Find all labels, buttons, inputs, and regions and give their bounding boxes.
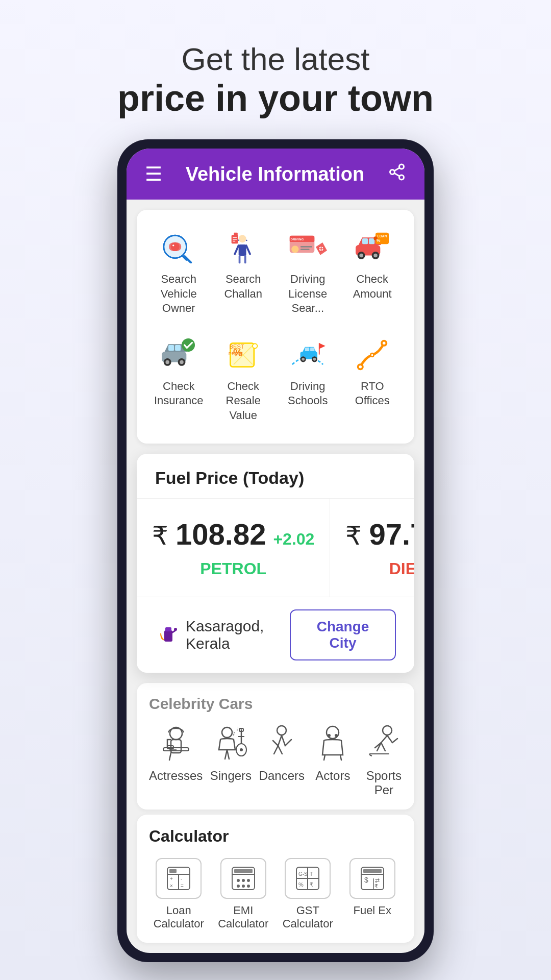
driving-schools-icon (287, 337, 328, 373)
diesel-price-amount: 97.70 (369, 517, 414, 551)
petrol-price-amount: 108.82 (176, 517, 266, 551)
loan-calculator-icon: + - × = (156, 858, 202, 899)
grid-item-insurance[interactable]: Check Insurance (149, 329, 209, 431)
grid-item-driving-schools[interactable]: Driving Schools (278, 329, 338, 431)
svg-line-4 (394, 168, 399, 171)
celebrity-item-singers[interactable]: ♪ ♩ Singers (208, 723, 254, 797)
celebrity-item-actresses[interactable]: Actresses (149, 723, 203, 797)
calc-item-loan[interactable]: + - × = Loan Calculator (149, 858, 209, 930)
phone-frame: ☰ Vehicle Information (117, 139, 434, 962)
svg-point-12 (238, 235, 246, 242)
dancers-icon (259, 723, 305, 764)
celebrity-item-actors[interactable]: Actors (310, 723, 356, 797)
actresses-icon (153, 723, 199, 764)
svg-text:T: T (310, 871, 313, 877)
svg-text:₹: ₹ (374, 883, 378, 889)
fuel-location-bar: Kasaragod, Kerala Change City (137, 597, 414, 673)
grid-item-amount[interactable]: LOAN % Check Amount (343, 222, 403, 324)
svg-text:♩: ♩ (236, 726, 239, 731)
svg-text:%: % (377, 237, 381, 242)
headline-top: Get the latest (117, 41, 434, 77)
phone-wrapper: ☰ Vehicle Information (0, 139, 551, 860)
gst-calculator-icon: G-S T % ₹ (285, 858, 331, 899)
change-city-button[interactable]: Change City (290, 609, 396, 660)
challan-icon (223, 230, 264, 266)
svg-rect-57 (310, 348, 314, 351)
svg-text:♪: ♪ (232, 729, 236, 737)
grid-label-search-vehicle: Search Vehicle Owner (153, 272, 205, 316)
celebrity-label-singers: Singers (210, 769, 252, 783)
singers-icon: ♪ ♩ (208, 723, 254, 764)
svg-point-35 (359, 253, 363, 257)
celebrity-label-dancers: Dancers (259, 769, 305, 783)
app-title: Vehicle Information (186, 163, 365, 185)
svg-text:$: $ (364, 876, 368, 884)
svg-point-61 (313, 358, 316, 361)
headline-section: Get the latest price in your town (97, 0, 454, 139)
petrol-price-row: ₹ 108.82 +2.02 (152, 517, 314, 551)
share-icon[interactable] (388, 163, 406, 185)
fuel-card-title: Fuel Price (Today) (155, 468, 304, 487)
svg-rect-100 (169, 869, 177, 873)
calculator-grid: + - × = Loan Calculator (149, 858, 402, 930)
svg-text:=: = (181, 883, 184, 889)
svg-rect-26 (300, 246, 312, 248)
grid-item-rto[interactable]: RTO Offices (343, 329, 403, 431)
svg-rect-56 (305, 348, 309, 351)
svg-text:PRICE: PRICE (229, 352, 243, 357)
svg-point-73 (174, 628, 177, 631)
svg-point-108 (242, 879, 245, 882)
svg-rect-123 (363, 869, 382, 873)
license-icon: DRIVING (287, 230, 328, 266)
svg-point-86 (240, 748, 243, 751)
svg-point-46 (166, 360, 169, 364)
svg-rect-27 (300, 249, 310, 250)
amount-icon: LOAN % (352, 230, 393, 266)
fuel-card-header: Fuel Price (Today) (137, 454, 414, 499)
grid-item-license[interactable]: DRIVING Driving Licen (278, 222, 338, 324)
svg-point-6 (171, 242, 180, 251)
svg-point-37 (373, 253, 377, 257)
calc-item-emi[interactable]: EMI Calculator (214, 858, 273, 930)
diesel-label: DIESEL (389, 559, 414, 578)
svg-line-93 (324, 755, 325, 760)
svg-line-15 (246, 246, 249, 254)
grid-item-challan[interactable]: Search Challan (214, 222, 273, 324)
svg-marker-63 (319, 344, 325, 349)
hamburger-icon[interactable]: ☰ (145, 163, 162, 185)
calc-item-fuel[interactable]: $ ⇄ ₹ Fuel Ex (343, 858, 403, 930)
celebrity-item-dancers[interactable]: Dancers (259, 723, 305, 797)
svg-point-54 (253, 344, 257, 348)
celebrity-item-sports[interactable]: Sports Per (361, 723, 402, 797)
celebrity-label-actresses: Actresses (149, 769, 203, 783)
celebrity-section-title: Celebrity Cars (149, 695, 402, 713)
svg-text:-: - (181, 876, 182, 881)
grid-item-resale[interactable]: % BEST PRICE Check Resale Value (214, 329, 273, 431)
svg-line-3 (394, 173, 399, 176)
actors-icon (310, 723, 356, 764)
petrol-price-change: +2.02 (273, 530, 314, 549)
page-background: Get the latest price in your town ☰ Vehi… (0, 0, 551, 980)
grid-label-resale: Check Resale Value (218, 379, 269, 423)
svg-text:₹: ₹ (310, 881, 313, 888)
svg-text:G-S: G-S (298, 871, 308, 877)
svg-rect-71 (165, 627, 171, 631)
calculator-section-title: Calculator (149, 827, 402, 846)
svg-point-69 (371, 354, 373, 356)
resale-icon: % BEST PRICE (223, 337, 264, 373)
svg-text:DRIVING: DRIVING (290, 237, 304, 241)
location-text: Kasaragod, Kerala (186, 618, 290, 652)
svg-text:%: % (298, 881, 304, 888)
rto-icon (352, 337, 393, 373)
svg-point-91 (328, 734, 331, 737)
svg-point-112 (247, 885, 250, 888)
diesel-price-section: ₹ 97.70 +2.01 DIESEL (330, 499, 414, 597)
headline-bottom: price in your town (117, 77, 434, 119)
grid-item-search-vehicle[interactable]: Search Vehicle Owner (149, 222, 209, 324)
calc-label-loan: Loan Calculator (149, 904, 209, 930)
calc-item-gst[interactable]: G-S T % ₹ GST Calculator (278, 858, 338, 930)
grid-label-rto: RTO Offices (347, 379, 398, 408)
grid-label-insurance: Check Insurance (153, 379, 205, 408)
svg-point-8 (172, 244, 174, 246)
svg-line-94 (340, 755, 341, 760)
